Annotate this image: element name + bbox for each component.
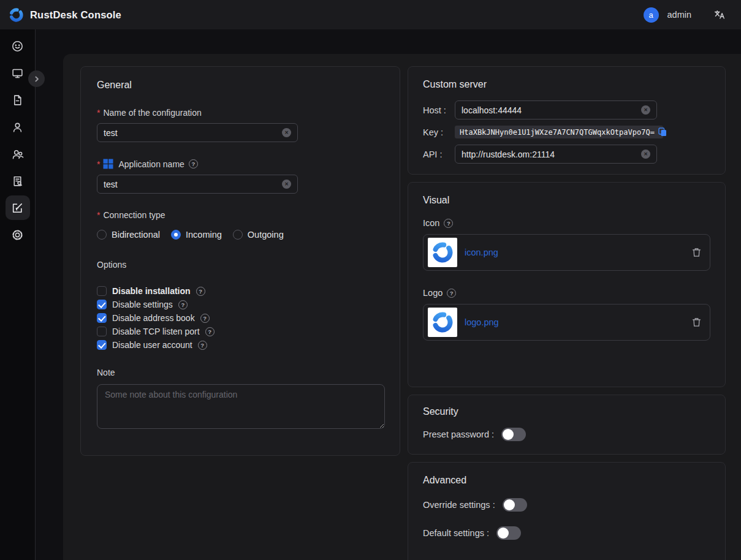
icon-thumbnail: [428, 238, 457, 267]
user-avatar[interactable]: a: [644, 7, 659, 23]
preset-password-row: Preset password :: [423, 428, 710, 441]
right-column: Custom server Host : Key : HtaXBkJNHyn0e…: [408, 66, 726, 560]
config-name-input[interactable]: [104, 128, 282, 138]
radio-outgoing[interactable]: Outgoing: [233, 230, 284, 240]
radio-incoming[interactable]: Incoming: [171, 230, 222, 240]
toggle-knob: [504, 499, 515, 510]
default-settings-label: Default settings :: [423, 528, 489, 538]
general-panel: General * Name of the configuration *: [80, 66, 400, 456]
checkbox-disable-installation[interactable]: [97, 286, 107, 296]
default-settings-row: Default settings :: [423, 526, 710, 540]
logo-upload-item: logo.png: [423, 304, 710, 341]
radio-circle[interactable]: [171, 230, 181, 240]
sidebar-item-devices[interactable]: [6, 61, 30, 85]
clear-host-icon[interactable]: [641, 105, 650, 115]
key-label: Key :: [423, 127, 455, 137]
host-inputbox: [455, 100, 657, 119]
clear-config-name-icon[interactable]: [282, 128, 291, 137]
radio-circle[interactable]: [233, 230, 243, 240]
copy-key-icon[interactable]: [658, 127, 667, 137]
sidebar-expand-button[interactable]: [28, 70, 45, 87]
sidebar-item-dashboard[interactable]: [6, 34, 30, 58]
sidebar-item-groups[interactable]: [6, 142, 30, 166]
logo-file-link[interactable]: logo.png: [465, 317, 499, 327]
sidebar-item-custom-client[interactable]: [6, 195, 30, 220]
default-settings-toggle[interactable]: [496, 526, 521, 540]
checkbox-disable-settings[interactable]: [97, 300, 107, 309]
disable-tcp-listen-port-help-icon[interactable]: [205, 327, 215, 336]
chevron-right-icon: [33, 75, 40, 83]
note-label: Note: [97, 368, 384, 377]
option-disable-installation: Disable installation: [97, 284, 384, 298]
app-name-inputbox: [97, 175, 298, 194]
api-row: API :: [423, 145, 710, 164]
override-settings-toggle[interactable]: [503, 498, 527, 512]
app-name-help-icon[interactable]: [189, 159, 198, 168]
users-icon: [11, 148, 24, 161]
icon-upload-item: icon.png: [423, 234, 710, 271]
checkbox-disable-user-account[interactable]: [97, 340, 107, 350]
document-icon: [11, 94, 24, 107]
username[interactable]: admin: [667, 10, 692, 20]
general-panel-title: General: [97, 80, 384, 91]
override-settings-row: Override settings :: [423, 498, 710, 512]
icon-file-link[interactable]: icon.png: [465, 248, 498, 257]
visual-panel: Visual Icon icon.png: [408, 182, 726, 387]
edit-icon: [11, 202, 24, 214]
toggle-knob: [498, 528, 509, 539]
clear-app-name-icon[interactable]: [282, 180, 291, 189]
api-input[interactable]: [462, 149, 641, 159]
option-disable-address-book: Disable address book: [97, 311, 384, 325]
gear-icon: [11, 229, 24, 241]
user-icon: [11, 121, 24, 134]
option-disable-tcp-listen-port: Disable TCP listen port: [97, 325, 384, 338]
api-inputbox: [455, 145, 657, 164]
host-row: Host :: [423, 100, 710, 119]
security-panel: Security Preset password :: [408, 395, 726, 455]
app-name-input[interactable]: [104, 180, 282, 189]
key-value: HtaXBkJNHyn0e1U1jWXze7A7CN7QTGWqxkOtpaVp…: [460, 128, 655, 137]
toggle-knob: [503, 429, 514, 440]
option-disable-user-account: Disable user account: [97, 338, 384, 352]
content-area: General * Name of the configuration *: [63, 54, 741, 560]
key-chip: HtaXBkJNHyn0e1U1jWXze7A7CN7QTGWqxkOtpaVp…: [455, 126, 663, 138]
custom-server-panel: Custom server Host : Key : HtaXBkJNHyn0e…: [408, 66, 726, 175]
preset-password-toggle[interactable]: [501, 428, 526, 441]
app-name-label: * Application name: [97, 159, 384, 169]
sidebar-item-sessions[interactable]: [6, 88, 30, 112]
page-shell: General * Name of the configuration *: [0, 29, 741, 560]
clear-api-icon[interactable]: [641, 149, 650, 159]
sidebar-item-audit[interactable]: [6, 168, 30, 193]
disable-user-account-help-icon[interactable]: [198, 341, 207, 350]
radio-circle[interactable]: [97, 230, 107, 240]
required-asterisk: *: [97, 159, 100, 169]
audit-log-icon: [11, 175, 24, 187]
disable-installation-help-icon[interactable]: [196, 287, 205, 296]
sidebar-item-settings[interactable]: [6, 222, 30, 247]
translate-icon[interactable]: [713, 9, 725, 21]
delete-logo-file-icon[interactable]: [692, 317, 701, 327]
checkbox-disable-tcp-listen-port[interactable]: [97, 327, 107, 336]
icon-help-icon[interactable]: [444, 219, 453, 228]
sidebar-item-users[interactable]: [6, 115, 30, 139]
icon-label-row: Icon: [423, 218, 710, 228]
app-title: RustDesk Console: [30, 9, 121, 21]
preset-password-label: Preset password :: [423, 429, 494, 439]
host-label: Host :: [423, 105, 455, 115]
disable-settings-help-icon[interactable]: [178, 300, 188, 309]
host-input[interactable]: [462, 105, 641, 115]
logo-help-icon[interactable]: [447, 289, 456, 298]
required-asterisk: *: [97, 108, 100, 118]
checkbox-disable-address-book[interactable]: [97, 313, 107, 323]
monitor-icon: [11, 67, 24, 80]
custom-server-title: Custom server: [423, 79, 710, 90]
note-textarea[interactable]: [97, 384, 385, 429]
disable-address-book-help-icon[interactable]: [200, 314, 210, 323]
option-disable-settings: Disable settings: [97, 298, 384, 311]
rustdesk-console-app: RustDesk Console a admin: [0, 0, 741, 560]
logo-label-row: Logo: [423, 288, 710, 298]
delete-icon-file-icon[interactable]: [692, 248, 701, 257]
api-label: API :: [423, 149, 455, 159]
windows-logo-icon: [103, 159, 113, 169]
radio-bidirectional[interactable]: Bidirectional: [97, 230, 160, 240]
